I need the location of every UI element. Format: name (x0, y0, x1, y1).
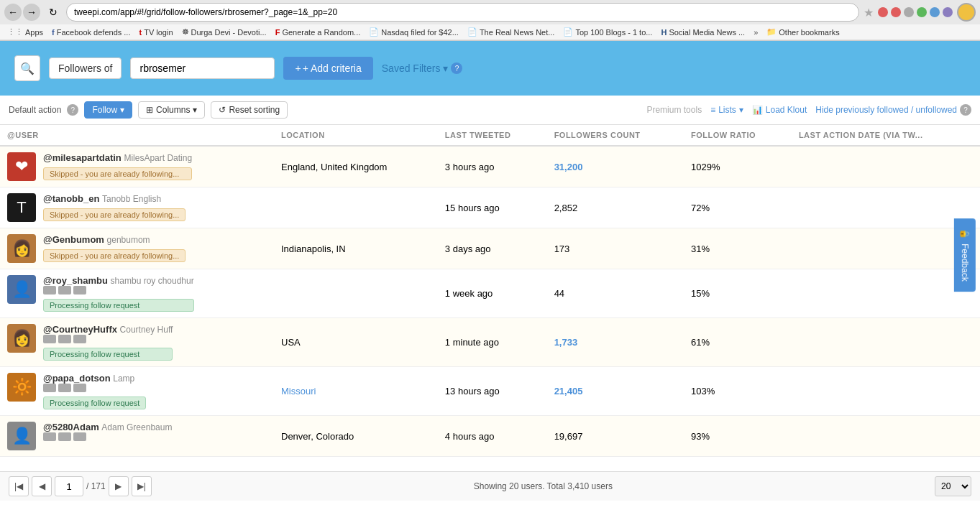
next-page-button[interactable]: ▶ (109, 476, 129, 496)
user-cell: 👩 @CourtneyHuffx Courtney Huff Processin… (0, 318, 274, 367)
app-container: 🔍 Followers of + + Add criteria Saved Fi… (0, 41, 980, 501)
default-action-help[interactable]: ? (67, 104, 78, 116)
user-handle[interactable]: @CourtneyHuffx (43, 324, 117, 335)
add-criteria-button[interactable]: + + Add criteria (283, 57, 372, 80)
status-badge: Skipped - you are already following... (43, 167, 192, 180)
icon1 (43, 286, 56, 295)
icon2 (58, 432, 71, 441)
follow-ratio-cell: 1029% (684, 146, 792, 187)
followers-value: 19,697 (554, 431, 583, 442)
bookmark-generate[interactable]: F Generate a Random... (273, 27, 364, 37)
user-handle[interactable]: @milesapartdatin (43, 152, 122, 163)
bookmark-realnews[interactable]: 📄 The Real News Net... (464, 27, 558, 37)
icon2 (58, 286, 71, 295)
first-page-button[interactable]: |◀ (9, 476, 29, 496)
followers-count-cell: 2,852 (547, 187, 684, 228)
top100-icon: 📄 (563, 27, 573, 37)
apps-icon: ⋮⋮ (7, 27, 23, 37)
bookmark-socialmedia[interactable]: H Social Media News ... (658, 27, 748, 37)
last-page-button[interactable]: ▶| (132, 476, 152, 496)
chevron-down-icon: ▾ (193, 105, 197, 115)
bookmark-tv[interactable]: t TV login (136, 27, 175, 37)
follow-button[interactable]: Follow ▾ (84, 101, 132, 119)
user-display-name: Courtney Huff (120, 325, 173, 335)
action-toolbar: Default action ? Follow ▾ ⊞ Columns ▾ ↺ … (0, 96, 980, 125)
load-klout-link[interactable]: 📊 Load Klout (752, 105, 807, 115)
socialmedia-icon: H (661, 28, 667, 37)
followers-link[interactable]: 21,405 (554, 386, 583, 397)
last-tweeted-cell: 13 hours ago (438, 367, 547, 416)
user-handle[interactable]: @papa_dotson (43, 373, 111, 384)
followers-link[interactable]: 1,733 (554, 337, 578, 348)
follow-ratio-value: 31% (691, 244, 710, 254)
table-row: ❤ @milesapartdatin MilesApart Dating Ski… (0, 146, 980, 187)
back-button[interactable]: ← (4, 4, 22, 21)
feedback-tab[interactable]: 🔒 Feedback (954, 218, 976, 292)
reset-sorting-button[interactable]: ↺ Reset sorting (211, 101, 288, 119)
location-text: England, United Kingdom (281, 162, 387, 172)
icon3 (73, 432, 86, 441)
last-tweeted-cell: 1 week ago (438, 269, 547, 318)
user-cell: ❤ @milesapartdatin MilesApart Dating Ski… (0, 146, 274, 187)
help-icon[interactable]: ? (451, 62, 462, 74)
user-handle[interactable]: @roy_shambu (43, 275, 108, 286)
bookmark-other[interactable]: 📁 Other bookmarks (764, 27, 842, 37)
status-badge: Processing follow request (43, 397, 146, 409)
bookmark-top100[interactable]: 📄 Top 100 Blogs - 1 to... (560, 27, 655, 37)
footer: |◀ ◀ / 171 ▶ ▶| Showing 20 users. Total … (0, 471, 980, 501)
per-page-select[interactable]: 20 50 100 (935, 476, 971, 496)
reset-icon: ↺ (219, 105, 226, 115)
klout-icon: 📊 (752, 105, 763, 115)
more-bookmarks[interactable]: » (751, 27, 761, 37)
dot-green (917, 7, 927, 17)
columns-button[interactable]: ⊞ Columns ▾ (138, 101, 205, 119)
user-handle[interactable]: @tanobb_en (43, 193, 99, 204)
follow-ratio-cell: 103% (684, 367, 792, 416)
bookmark-apps[interactable]: ⋮⋮ Apps (4, 27, 46, 37)
bookmark-star[interactable]: ★ (864, 6, 874, 19)
table-container: @USER LOCATION LAST TWEETED FOLLOWERS CO… (0, 125, 980, 471)
hide-followed-help[interactable]: ? (960, 104, 971, 116)
toolbar-right: Premium tools ≡ Lists ▾ 📊 Load Klout Hid… (646, 104, 971, 116)
durga-icon: ☸ (182, 27, 189, 37)
col-follow-ratio: FOLLOW RATIO (684, 125, 792, 146)
last-tweeted-value: 13 hours ago (445, 386, 500, 397)
username-input[interactable] (139, 62, 265, 74)
location-link[interactable]: Missouri (281, 386, 316, 397)
user-info: @tanobb_en Tanobb English Skipped - you … (43, 193, 186, 221)
last-tweeted-value: 4 hours ago (445, 431, 495, 442)
table-row: 👩 @Genbumom genbumom Skipped - you are a… (0, 228, 980, 269)
bookmark-nasdaq[interactable]: 📄 Nasdaq filed for $42... (366, 27, 462, 37)
page-input[interactable] (55, 476, 83, 496)
table-row: 🔆 @papa_dotson Lamp Processing follow re… (0, 367, 980, 416)
table-header: @USER LOCATION LAST TWEETED FOLLOWERS CO… (0, 125, 980, 146)
user-display-name: shambu roy choudhur (111, 276, 194, 286)
bookmark-durga[interactable]: ☸ Durga Devi - Devoti... (179, 27, 270, 37)
browser-toolbar: ← → ↻ ★ (0, 0, 980, 24)
followers-value: 44 (554, 288, 564, 299)
lists-link[interactable]: ≡ Lists ▾ (710, 105, 743, 115)
reload-button[interactable]: ↻ (45, 4, 62, 21)
status-badge: Processing follow request (43, 299, 194, 312)
user-avatar[interactable] (957, 3, 976, 22)
user-handle[interactable]: @Genbumom (43, 234, 104, 245)
last-action-cell (792, 228, 980, 269)
forward-button[interactable]: → (23, 4, 40, 21)
location-text: Denver, Colorado (281, 431, 354, 442)
search-button[interactable]: 🔍 (14, 55, 40, 81)
users-table: @USER LOCATION LAST TWEETED FOLLOWERS CO… (0, 125, 980, 457)
address-bar[interactable] (66, 3, 859, 22)
prev-page-button[interactable]: ◀ (32, 476, 52, 496)
plus-icon: + (295, 62, 301, 74)
saved-filters-button[interactable]: Saved Filters ▾ ? (382, 62, 463, 74)
user-avatar: 👤 (7, 275, 36, 304)
username-pill[interactable] (130, 57, 275, 79)
dot-red2 (891, 7, 901, 17)
user-handle[interactable]: @5280Adam (43, 422, 99, 432)
bookmark-facebook[interactable]: f Facebook defends ... (49, 27, 133, 37)
user-cell: 👩 @Genbumom genbumom Skipped - you are a… (0, 228, 274, 269)
last-tweeted-value: 3 hours ago (445, 162, 495, 172)
hide-followed-link[interactable]: Hide previously followed / unfollowed ? (815, 104, 971, 116)
followers-link[interactable]: 31,200 (554, 162, 583, 172)
filter-header: 🔍 Followers of + + Add criteria Saved Fi… (0, 41, 980, 96)
